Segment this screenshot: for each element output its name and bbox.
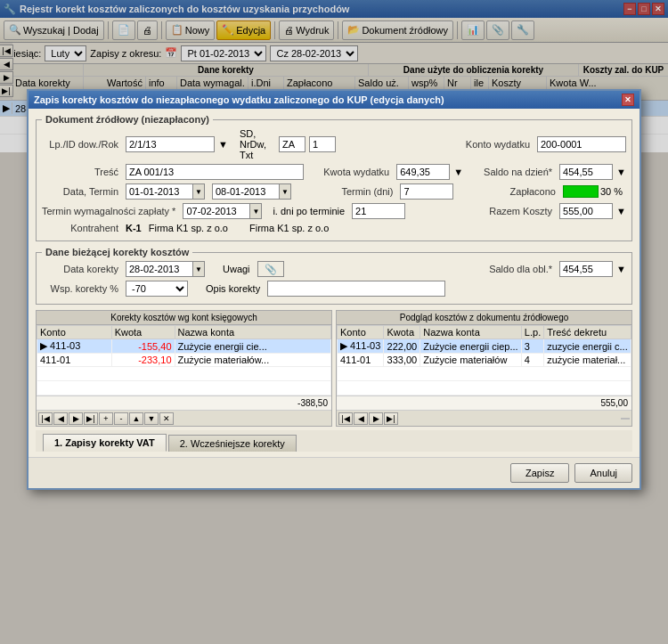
modal-footer: Zapisz Anuluj — [29, 457, 639, 488]
source-doc-fieldset: Dokument źródłowy (niezapłacony) Lp./ID … — [36, 114, 632, 241]
saldo-dzien-label: Saldo na dzień* — [476, 167, 556, 177]
uwagi-btn[interactable]: 📎 — [257, 261, 284, 277]
left-nav-add[interactable]: + — [99, 412, 113, 425]
left-nav-down[interactable]: ▼ — [144, 412, 159, 425]
right-table-nav: |◀ ◀ ▶ ▶| — [337, 410, 631, 426]
termin-dropdown-btn[interactable]: ▼ — [279, 183, 291, 200]
data-dropdown-btn[interactable]: ▼ — [192, 183, 205, 200]
termin-input[interactable] — [212, 183, 279, 200]
left-col-kwota: Kwota — [111, 326, 175, 339]
sd-label: SD, NrDw, Txt — [240, 128, 275, 160]
kontrahent-k1: K-1 — [126, 223, 142, 233]
left-nav-up[interactable]: ▲ — [129, 412, 143, 425]
left-nav-del[interactable]: - — [114, 412, 128, 425]
kwota-dropdown[interactable]: ▼ — [453, 167, 463, 177]
korekty-legend: Dane bieżącej korekty kosztów — [42, 247, 192, 257]
left-table-empty-2 — [37, 381, 331, 395]
lpid-dropdown[interactable]: ▼ — [218, 139, 236, 150]
left-nav-prev[interactable]: ◀ — [53, 412, 68, 425]
right-nav-next[interactable]: ▶ — [369, 412, 383, 425]
termin-input-wrapper: ▼ — [212, 183, 291, 200]
left-nav-last[interactable]: ▶| — [84, 412, 98, 425]
left-nav-next[interactable]: ▶ — [69, 412, 83, 425]
kontrahent-firma2: Firma K1 sp. z o.o — [249, 223, 329, 233]
right-table-total: 555,00 — [337, 395, 631, 410]
right-nav-last[interactable]: ▶| — [384, 412, 398, 425]
save-button[interactable]: Zapisz — [510, 463, 569, 483]
data-korekty-dropdown[interactable]: ▼ — [192, 261, 205, 277]
termin-dni-input[interactable] — [400, 183, 453, 200]
right-table-row-1[interactable]: ▶ 411-03 222,00 Zużycie energii ciep... … — [338, 339, 631, 354]
korekty-fieldset: Dane bieżącej korekty kosztów Data korek… — [36, 247, 632, 305]
wsp-korekty-select[interactable]: -70 — [126, 281, 188, 297]
right-nav-prev[interactable]: ◀ — [354, 412, 368, 425]
source-doc-legend: Dokument źródłowy (niezapłacony) — [42, 114, 213, 125]
uwagi-label: Uwagi — [223, 264, 250, 274]
right-table-row-2[interactable]: 411-01 333,00 Zużycie materiałów 4 zużyc… — [338, 354, 631, 367]
data-korekty-input[interactable] — [126, 261, 192, 277]
data-input-wrapper: ▼ — [126, 183, 205, 200]
korekty-row-1: Data korekty ▼ Uwagi 📎 Saldo dla obl.* ▼ — [42, 261, 626, 277]
wymagalnosc-dropdown-btn[interactable]: ▼ — [249, 203, 262, 219]
saldo-obl-dropdown[interactable]: ▼ — [616, 264, 626, 274]
tresc-input[interactable] — [126, 164, 304, 180]
data-korekty-wrapper: ▼ — [126, 261, 205, 277]
left-table-row-1[interactable]: ▶ 411-03 -155,40 Zużycie energii cie... — [37, 339, 331, 354]
modal-title: Zapis korekty kosztów do niezapłaconego … — [34, 94, 444, 105]
right-table-empty-1 — [338, 367, 631, 381]
left-table-row-2[interactable]: 411-01 -233,10 Zużycie materiałów... — [37, 354, 331, 367]
zaplacono-bar — [563, 185, 599, 198]
left-table-title: Korekty kosztów wg kont księgowych — [37, 311, 331, 325]
data-input[interactable] — [126, 183, 192, 200]
razem-koszty-input[interactable] — [559, 203, 613, 219]
wymagalnosc-input[interactable] — [183, 203, 249, 219]
left-nav-cancel[interactable]: ✕ — [159, 412, 174, 425]
modal-close-button[interactable]: ✕ — [622, 94, 634, 106]
left-nav-first[interactable]: |◀ — [38, 412, 53, 425]
left-table-nav: |◀ ◀ ▶ ▶| + - ▲ ▼ ✕ — [37, 410, 331, 426]
right-col-kwota: Kwota — [384, 326, 420, 339]
nr-input[interactable] — [309, 136, 336, 152]
lpid-label: Lp./ID dow./Rok — [42, 139, 122, 150]
konto-wydatku-input[interactable] — [537, 136, 626, 152]
saldo-obl-label: Saldo dla obl.* — [476, 264, 556, 274]
right-nav-first[interactable]: |◀ — [338, 412, 353, 425]
data-korekty-label: Data korekty — [42, 264, 122, 274]
modal-body: Dokument źródłowy (niezapłacony) Lp./ID … — [29, 109, 639, 457]
kontrahent-firma: Firma K1 sp. z o.o — [149, 223, 228, 233]
right-col-tresc: Treść dekretu — [544, 326, 631, 339]
form-row-kontrahent: Kontrahent K-1 Firma K1 sp. z o.o Firma … — [42, 223, 626, 233]
right-col-nazwa: Nazwa konta — [420, 326, 522, 339]
tresc-label: Treść — [42, 167, 122, 177]
sd-input[interactable] — [279, 136, 305, 152]
cancel-button[interactable]: Anuluj — [574, 463, 632, 483]
right-scrollbar-v[interactable] — [621, 418, 630, 420]
dni-po-terminie-input[interactable] — [352, 203, 405, 219]
left-inner-table: Konto Kwota Nazwa konta ▶ 411-03 -155,40… — [37, 325, 331, 395]
modal-dialog: Zapis korekty kosztów do niezapłaconego … — [27, 89, 641, 490]
saldo-dropdown[interactable]: ▼ — [616, 167, 626, 177]
left-inner-table-box: Korekty kosztów wg kont księgowych Konto… — [36, 310, 332, 427]
right-table-title: Podgląd kosztów z dokumentu źródłowego — [337, 311, 631, 325]
right-col-lp: L.p. — [521, 326, 543, 339]
lpid-input[interactable] — [126, 136, 215, 152]
wymagalnosc-label: Termin wymagalności zapłaty * — [42, 206, 179, 216]
kwota-wydatku-label: Kwota wydatku — [313, 167, 393, 177]
saldo-obl-input[interactable] — [559, 261, 613, 277]
left-col-konto: Konto — [37, 326, 112, 339]
dni-po-terminie-label: i. dni po terminie — [273, 206, 345, 216]
kwota-wydatku-input[interactable] — [396, 164, 450, 180]
razem-dropdown[interactable]: ▼ — [616, 206, 626, 216]
zaplacono-pct: 30 % — [600, 186, 623, 197]
opis-korekty-label: Opis korekty — [206, 283, 260, 294]
saldo-dzien-input[interactable] — [559, 164, 613, 180]
opis-korekty-input[interactable] — [267, 281, 445, 297]
form-row-lpid: Lp./ID dow./Rok ▼ SD, NrDw, Txt Konto wy… — [42, 128, 626, 160]
razem-koszty-label: Razem Koszty — [476, 206, 556, 216]
right-table-empty-2 — [338, 381, 631, 395]
tab-wczesniejsze-korekty[interactable]: 2. Wcześniejsze korekty — [168, 435, 297, 452]
tab-zapisy-korekty-vat[interactable]: 1. Zapisy korekty VAT — [43, 434, 167, 452]
konto-wydatku-label: Konto wydatku — [453, 139, 534, 150]
left-table-total: -388,50 — [37, 395, 331, 410]
modal-title-bar: Zapis korekty kosztów do niezapłaconego … — [29, 91, 639, 109]
